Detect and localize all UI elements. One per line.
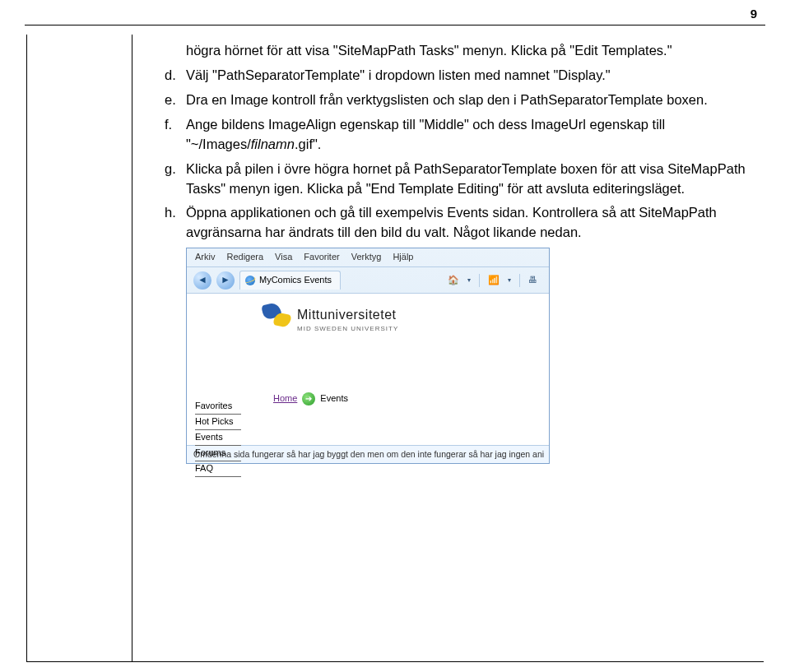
top-rule [25,25,765,25]
list-item-h: h. Öppna applikationen och gå till exemp… [165,203,754,243]
ie-icon [245,276,255,285]
mu-logo-mark [261,302,290,327]
marker-f: f. [165,115,186,155]
logo-sub: MID SWEDEN UNIVERSITY [297,324,398,334]
marker-g: g. [165,160,186,199]
toolbar-divider-2 [519,274,520,287]
marker-e: e. [165,90,186,110]
status-bar: Omdenna sida fungerar så har jag byggt d… [187,445,549,463]
text-g: Klicka på pilen i övre högra hornet på P… [186,160,754,199]
list-item-d: d. Välj "PathSeparatorTemplate" i dropdo… [165,66,754,86]
sidebar-events[interactable]: Events [195,430,241,446]
toolbar-divider [479,274,480,287]
breadcrumb: Home ➔ Events [273,392,348,406]
browser-screenshot: Arkiv Redigera Visa Favoriter Verktyg Hj… [186,248,550,464]
sidebar-favorites[interactable]: Favorites [195,399,241,415]
toolbar-icons: 🏠▾ 📶 ▾ 🖶 [448,274,542,287]
text-f: Ange bildens ImageAlign egenskap till "M… [186,115,754,155]
tab-title: MyComics Events [259,274,332,287]
menu-favoriter[interactable]: Favoriter [304,251,339,264]
logo-title: Mittuniversitetet [297,305,398,324]
content-area: högra hörnet för att visa "SiteMapPath T… [165,41,754,464]
browser-tab[interactable]: MyComics Events [239,271,341,290]
home-icon[interactable]: 🏠 [448,274,459,287]
list-item-pre: högra hörnet för att visa "SiteMapPath T… [165,41,754,61]
print-icon[interactable]: 🖶 [528,274,537,287]
text-h: Öppna applikationen och gå till exempelv… [186,203,754,243]
menu-visa[interactable]: Visa [275,251,292,264]
back-button[interactable]: ◄ [193,271,211,290]
sidebar-forums[interactable]: Forums [195,446,241,461]
menu-arkiv[interactable]: Arkiv [195,251,215,264]
browser-menubar: Arkiv Redigera Visa Favoriter Verktyg Hj… [187,248,549,267]
column-divider [132,35,132,662]
menu-verktyg[interactable]: Verktyg [351,251,382,264]
text-f-2: .gif". [295,137,321,151]
nav-row: ◄ ► MyComics Events 🏠▾ 📶 ▾ 🖶 [187,267,549,294]
text-d: Välj "PathSeparatorTemplate" i dropdown … [186,66,754,86]
menu-hjalp[interactable]: Hjälp [393,251,413,264]
sidebar-faq[interactable]: FAQ [195,461,241,477]
crumb-separator-icon: ➔ [302,392,315,406]
list-item-g: g. Klicka på pilen i övre högra hornet p… [165,160,754,199]
browser-body: Mittuniversitetet MID SWEDEN UNIVERSITY … [187,294,549,445]
marker-d: d. [165,66,186,86]
page-number: 9 [750,7,757,21]
list-item-f: f. Ange bildens ImageAlign egenskap till… [165,115,754,155]
text-f-filnamn: filnamn [251,137,295,151]
mu-logo: Mittuniversitetet MID SWEDEN UNIVERSITY [261,302,398,334]
crumb-events: Events [320,392,348,406]
forward-button[interactable]: ► [216,271,235,290]
menu-redigera[interactable]: Redigera [226,251,263,264]
feed-icon[interactable]: 📶 [488,274,500,287]
crumb-home[interactable]: Home [273,392,297,406]
text-e: Dra en Image kontroll från verktygsliste… [186,90,754,110]
site-sidebar: Favorites Hot Picks Events Forums FAQ [195,399,241,477]
marker-h: h. [165,203,186,243]
list-item-e: e. Dra en Image kontroll från verktygsli… [165,90,754,110]
sidebar-hotpicks[interactable]: Hot Picks [195,415,241,430]
text-pre: högra hörnet för att visa "SiteMapPath T… [186,41,754,61]
